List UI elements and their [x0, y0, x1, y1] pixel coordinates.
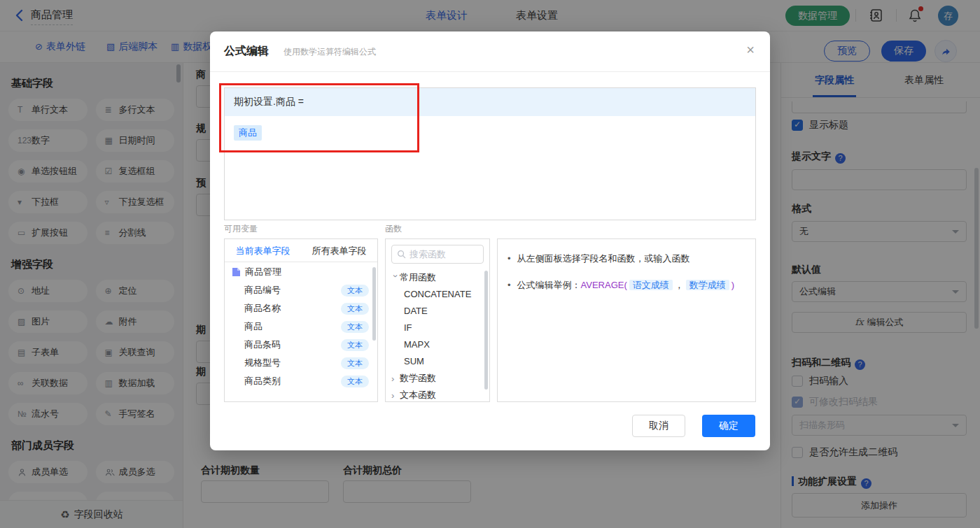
modal-title: 公式编辑 [224, 44, 269, 59]
example-field-tag: 数学成绩 [686, 280, 729, 290]
type-badge: 文本 [341, 303, 369, 315]
variable-name: 商品条码 [244, 338, 281, 351]
function-item[interactable]: IF [386, 320, 489, 336]
functions-label: 函数 [385, 223, 402, 235]
search-icon [397, 250, 406, 259]
variable-name: 商品 [244, 320, 262, 333]
tips-panel: •从左侧面板选择字段名和函数，或输入函数 • 公式编辑举例：AVERAGE(语文… [497, 238, 756, 402]
tip-example-line: • 公式编辑举例：AVERAGE(语文成绩，数学成绩) [507, 278, 746, 292]
close-icon[interactable]: × [746, 43, 755, 57]
document-icon [232, 267, 241, 277]
variables-tabs: 当前表单字段 所有表单字段 [225, 239, 377, 262]
cancel-button[interactable]: 取消 [632, 415, 685, 437]
example-field-tag: 语文成绩 [629, 280, 673, 290]
variable-row[interactable]: 商品文本 [225, 317, 377, 336]
functions-panel: ›常用函数CONCATENATEDATEIFMAPXSUM›数学函数›文本函数 [385, 238, 490, 402]
type-badge: 文本 [341, 357, 369, 369]
function-search[interactable] [391, 245, 484, 264]
type-badge: 文本 [341, 321, 369, 333]
variable-name: 商品类别 [244, 375, 281, 387]
variable-name: 规格型号 [244, 357, 281, 369]
function-group[interactable]: ›文本函数 [386, 387, 489, 402]
variables-label: 可用变量 [224, 223, 258, 235]
confirm-button[interactable]: 确定 [702, 415, 755, 437]
variable-row[interactable]: 商品编号文本 [225, 281, 377, 299]
form-tree-root[interactable]: 商品管理 [225, 262, 377, 281]
tip-line: •从左侧面板选择字段名和函数，或输入函数 [507, 252, 746, 266]
type-badge: 文本 [341, 285, 369, 297]
type-badge: 文本 [341, 376, 369, 387]
variable-name: 商品名称 [244, 302, 281, 315]
chevron-right-icon: › [391, 390, 400, 401]
tab-all-form-fields[interactable]: 所有表单字段 [301, 239, 377, 262]
function-group[interactable]: ›常用函数 [386, 269, 489, 286]
function-group[interactable]: ›数学函数 [386, 370, 489, 387]
chevron-right-icon: › [391, 373, 400, 384]
variable-row[interactable]: 商品条码文本 [225, 336, 377, 354]
chevron-down-icon: › [391, 274, 401, 283]
tab-current-form-fields[interactable]: 当前表单字段 [225, 239, 301, 262]
formula-target-line: 期初设置.商品 = [225, 88, 755, 116]
function-search-input[interactable] [410, 249, 479, 259]
functions-scrollbar[interactable] [484, 271, 488, 390]
variable-row[interactable]: 商品类别文本 [225, 372, 377, 390]
variable-row[interactable]: 规格型号文本 [225, 354, 377, 372]
function-group-name: 数学函数 [400, 372, 436, 385]
function-name: AVERAGE( [581, 280, 627, 290]
type-badge: 文本 [341, 339, 369, 351]
function-item[interactable]: CONCATENATE [386, 286, 489, 303]
function-group-name: 常用函数 [400, 271, 436, 284]
function-item[interactable]: MAPX [386, 336, 489, 353]
variable-row[interactable]: 商品名称文本 [225, 299, 377, 317]
variables-scrollbar[interactable] [372, 267, 376, 341]
divider [210, 71, 770, 72]
variable-name: 商品编号 [244, 284, 281, 297]
formula-editor[interactable]: 期初设置.商品 = 商品 [224, 87, 756, 220]
function-item[interactable]: SUM [386, 353, 489, 370]
function-item[interactable]: DATE [386, 303, 489, 320]
formula-field-tag[interactable]: 商品 [234, 125, 262, 141]
modal-subtitle: 使用数学运算符编辑公式 [284, 46, 376, 58]
variables-panel: 当前表单字段 所有表单字段 商品管理 商品编号文本商品名称文本商品文本商品条码文… [224, 238, 378, 402]
function-group-name: 文本函数 [400, 389, 436, 401]
formula-edit-modal: 公式编辑 使用数学运算符编辑公式 × 期初设置.商品 = 商品 可用变量 函数 … [210, 31, 770, 450]
